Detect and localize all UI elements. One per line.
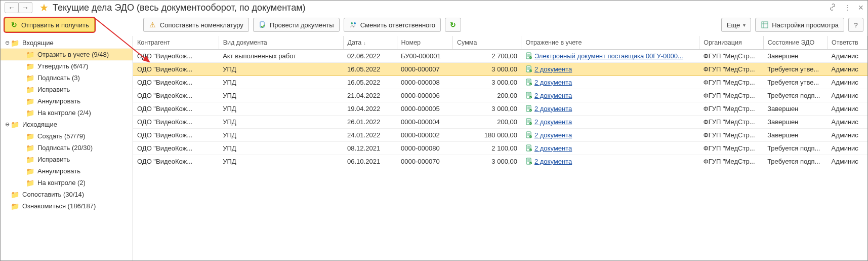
sidebar-item-label: Ознакомиться (186/187) [22,202,96,210]
cell-sum: 3 000,00 [453,102,521,115]
sidebar-item[interactable]: ⊖📁Входящие [1,37,133,49]
folder-icon: 📁 [26,179,34,187]
sidebar-item[interactable]: 📁Аннулировать [1,165,133,177]
kebab-icon[interactable]: ⋮ [844,4,851,12]
accounting-link[interactable]: 2 документа [534,131,572,139]
col-number[interactable]: Номер [397,36,453,49]
table-row[interactable]: ОДО "ВидеоКож...УПД16.05.20220000-000007… [133,62,867,76]
accounting-link[interactable]: Электронный документ поставщика 00ГУ-000… [534,52,683,60]
cell-accounting: 2 документа [521,62,699,76]
table-row[interactable]: ОДО "ВидеоКож...УПД06.10.20210000-000070… [133,155,867,168]
view-settings-button[interactable]: Настройки просмотра [755,18,844,32]
cell-doc-type: УПД [219,89,343,102]
sidebar-item-label: Подписать (20/30) [37,144,93,152]
col-date[interactable]: Дата↓ [343,36,397,49]
send-receive-button[interactable]: ↻ Отправить и получить [5,18,95,32]
svg-point-20 [529,135,532,138]
change-responsible-button[interactable]: Сменить ответственного [344,18,441,32]
col-counterparty[interactable]: Контрагент [133,36,219,49]
accounting-link[interactable]: 2 документа [534,105,572,113]
nav-back-button[interactable]: ← [5,2,19,13]
cell-accounting: 2 документа [521,102,699,115]
favorite-star-icon[interactable]: ★ [39,2,49,14]
help-button[interactable]: ? [848,18,863,32]
sidebar-item-label: Аннулировать [37,97,80,105]
sidebar-item[interactable]: 📁Создать (57/79) [1,130,133,142]
cell-organization: ФГУП "МедСтр... [699,89,763,102]
table-row[interactable]: ОДО "ВидеоКож...Акт выполненных работ02.… [133,49,867,62]
table-row[interactable]: ОДО "ВидеоКож...УПД24.01.20220000-000002… [133,128,867,141]
sidebar-tree[interactable]: ⊖📁Входящие📁Отразить в учете (9/48)📁Утвер… [1,36,133,261]
cell-doc-type: УПД [219,102,343,115]
more-button[interactable]: Еще ▾ [721,18,751,32]
cell-accounting: Электронный документ поставщика 00ГУ-000… [521,49,699,62]
accounting-link[interactable]: 2 документа [534,92,572,99]
sidebar-item[interactable]: 📁Сопоставить (30/14) [1,189,133,200]
accounting-link[interactable]: 2 документа [534,65,572,73]
cell-responsible: Админис [827,141,867,155]
col-sum[interactable]: Сумма [453,36,521,49]
tree-expander-icon[interactable]: ⊖ [4,40,11,46]
col-edo-state[interactable]: Состояние ЭДО [763,36,827,49]
folder-icon: 📁 [26,86,34,94]
sidebar-item[interactable]: 📁Утвердить (6/47) [1,60,133,72]
col-organization[interactable]: Организация [699,36,763,49]
cell-sum: 200,00 [453,115,521,128]
sidebar-item[interactable]: ⊖📁Исходящие [1,119,133,130]
cell-sum: 2 700,00 [453,49,521,62]
refresh-button[interactable]: ↻ [445,18,461,32]
sidebar-item[interactable]: 📁На контроле (2) [1,177,133,189]
table-row[interactable]: ОДО "ВидеоКож...УПД16.05.20220000-000008… [133,76,867,89]
sidebar-item[interactable]: 📁Исправить [1,84,133,95]
col-doc-type[interactable]: Вид документа [219,36,343,49]
cell-edo-state: Завершен [763,102,827,115]
close-icon[interactable]: × [858,3,863,13]
accounting-link[interactable]: 2 документа [534,118,572,126]
cell-edo-state: Требуется утве... [763,76,827,89]
table-row[interactable]: ОДО "ВидеоКож...УПД26.01.20220000-000004… [133,115,867,128]
table-row[interactable]: ОДО "ВидеоКож...УПД21.04.20220000-000006… [133,89,867,102]
cell-counterparty: ОДО "ВидеоКож... [133,49,219,62]
col-accounting[interactable]: Отражение в учете [521,36,699,49]
view-settings-label: Настройки просмотра [772,21,839,29]
map-nomenclature-button[interactable]: ⚠ Сопоставить номенклатуру [143,18,249,32]
link-icon[interactable] [829,3,837,13]
chevron-down-icon: ▾ [743,22,746,28]
svg-point-8 [529,56,532,59]
document-check-icon [259,21,267,29]
cell-edo-state: Требуется подп... [763,155,827,168]
folder-icon: 📁 [26,109,34,117]
cell-accounting: 2 документа [521,76,699,89]
cell-edo-state: Требуется подп... [763,89,827,102]
documents-table-wrap[interactable]: Контрагент Вид документа Дата↓ Номер Сум… [133,36,867,261]
cell-number: 0000-000005 [397,102,453,115]
post-documents-button[interactable]: Провести документы [253,18,340,32]
tree-expander-icon[interactable]: ⊖ [4,121,11,128]
cell-counterparty: ОДО "ВидеоКож... [133,62,219,76]
sidebar-item[interactable]: 📁Исправить [1,154,133,165]
cell-number: 0000-000070 [397,155,453,168]
table-row[interactable]: ОДО "ВидеоКож...УПД19.04.20220000-000005… [133,102,867,115]
sidebar-item[interactable]: 📁Отразить в учете (9/48) [1,49,133,60]
change-responsible-label: Сменить ответственного [360,21,435,29]
sidebar-item[interactable]: 📁Подписать (3) [1,72,133,84]
cell-date: 02.06.2022 [343,49,397,62]
col-responsible[interactable]: Ответств [827,36,867,49]
sidebar-item[interactable]: 📁Аннулировать [1,95,133,107]
accounting-link[interactable]: 2 документа [534,79,572,86]
accounting-link[interactable]: 2 документа [534,158,572,165]
cell-accounting: 2 документа [521,141,699,155]
sidebar-item-label: Исправить [37,86,70,93]
nav-forward-button[interactable]: → [18,2,32,13]
accounting-link[interactable]: 2 документа [534,144,572,152]
cell-number: БУ00-000001 [397,49,453,62]
sidebar-item[interactable]: 📁На контроле (2/4) [1,107,133,119]
cell-sum: 3 000,00 [453,76,521,89]
sidebar-item[interactable]: 📁Подписать (20/30) [1,142,133,154]
sidebar-item[interactable]: 📁Ознакомиться (186/187) [1,200,133,212]
cell-organization: ФГУП "МедСтр... [699,62,763,76]
cell-counterparty: ОДО "ВидеоКож... [133,115,219,128]
cell-sum: 180 000,00 [453,128,521,141]
table-row[interactable]: ОДО "ВидеоКож...УПД08.12.20210000-000080… [133,141,867,155]
table-settings-icon [761,21,769,29]
